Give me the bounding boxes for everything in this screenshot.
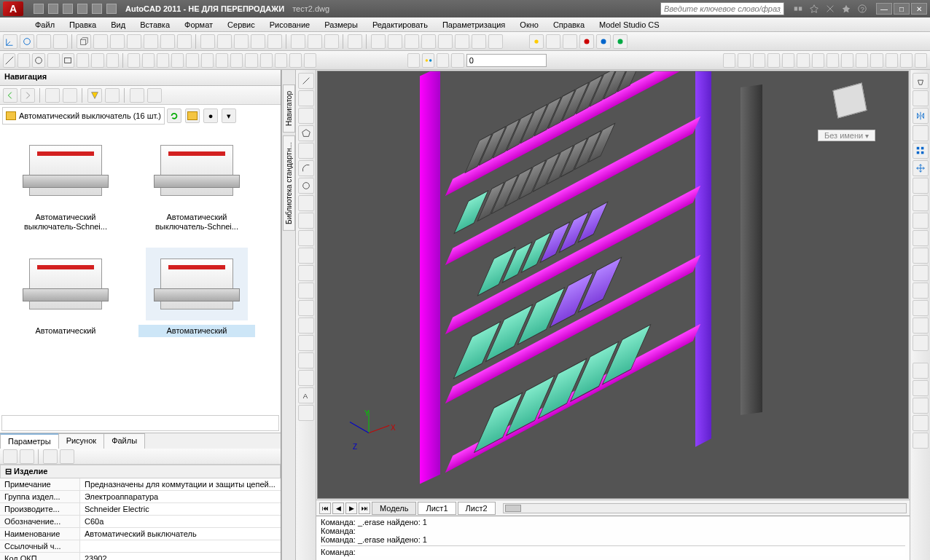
offset-mod-icon[interactable]: [913, 125, 929, 141]
id-mod-icon[interactable]: [913, 433, 929, 449]
area-mod-icon[interactable]: [913, 380, 929, 396]
qat-save-icon[interactable]: [63, 4, 73, 14]
rect-tool-icon[interactable]: [298, 143, 314, 159]
gallery-item[interactable]: Автоматический: [138, 248, 255, 337]
props-row[interactable]: НаименованиеАвтоматический выключатель: [0, 528, 281, 540]
tab-last-icon[interactable]: ⏭: [359, 502, 370, 514]
maximize-button[interactable]: □: [894, 3, 910, 15]
nav-find2-icon[interactable]: [105, 88, 120, 103]
xline-tool-icon[interactable]: [298, 90, 314, 106]
tab-drawing[interactable]: Рисунок: [58, 433, 105, 449]
nav-find-icon[interactable]: [87, 88, 102, 103]
fillet-mod-icon[interactable]: [913, 318, 929, 334]
extend-icon[interactable]: [230, 53, 243, 68]
tab-first-icon[interactable]: ⏮: [319, 502, 331, 514]
extend-mod-icon[interactable]: [913, 248, 929, 264]
ms-tool-5-icon[interactable]: [782, 53, 794, 68]
ellipsearc-tool-icon[interactable]: [298, 248, 314, 264]
union-icon[interactable]: [291, 34, 305, 49]
subtract-icon[interactable]: [308, 34, 322, 49]
ucs-prev-icon[interactable]: [36, 34, 51, 49]
point-tool-icon[interactable]: [298, 300, 314, 316]
tab-next-icon[interactable]: ▶: [345, 502, 357, 514]
light-sun-icon[interactable]: [529, 34, 544, 49]
gallery-search[interactable]: [1, 415, 279, 431]
menu-draw[interactable]: Рисование: [264, 19, 316, 31]
props-row[interactable]: Ссылочный ч...: [0, 540, 281, 553]
nav-path[interactable]: Автоматический выключатель (16 шт.): [2, 107, 165, 125]
dist-mod-icon[interactable]: [913, 363, 929, 379]
nav-home-icon[interactable]: [63, 88, 77, 103]
region-mod-icon[interactable]: [913, 398, 929, 414]
arc-icon[interactable]: [47, 53, 60, 68]
ellipse-tool-icon[interactable]: [298, 230, 314, 246]
break-mod-icon[interactable]: [913, 265, 929, 281]
exchange-icon[interactable]: [825, 4, 835, 14]
render-icon[interactable]: [348, 34, 362, 49]
ms-tool-2-icon[interactable]: [738, 53, 750, 68]
ms-tool-6-icon[interactable]: [797, 53, 809, 68]
props-row[interactable]: Производите...Schneider Electric: [0, 503, 281, 516]
layer-lock-icon[interactable]: [451, 53, 464, 68]
scale-mod-icon[interactable]: [913, 195, 929, 211]
menu-window[interactable]: Окно: [514, 19, 544, 31]
region-tool-icon[interactable]: [298, 352, 314, 368]
ucs-world-icon[interactable]: [20, 34, 34, 49]
stretch-mod-icon[interactable]: [913, 213, 929, 229]
layer-freeze-icon[interactable]: [437, 53, 449, 68]
fillet-icon[interactable]: [245, 53, 257, 68]
nav-up-icon[interactable]: [45, 88, 60, 103]
circle-tool-icon[interactable]: [298, 178, 314, 194]
rectangle-icon[interactable]: [62, 53, 74, 68]
binoculars-icon[interactable]: [793, 4, 803, 14]
props-edit-icon[interactable]: [43, 449, 58, 464]
nav-fwd-icon[interactable]: [20, 88, 35, 103]
nav-refresh2-icon[interactable]: [167, 109, 181, 123]
favorite-icon[interactable]: [841, 4, 851, 14]
menu-tools[interactable]: Сервис: [222, 19, 261, 31]
gallery-item[interactable]: Автоматический выключатель-Schnei...: [138, 134, 255, 233]
insert-tool-icon[interactable]: [298, 265, 314, 281]
erase-mod-icon[interactable]: [913, 73, 929, 89]
trim-mod-icon[interactable]: [913, 230, 929, 246]
view-iso3-icon[interactable]: [472, 34, 486, 49]
qat-undo-icon[interactable]: [77, 4, 87, 14]
menu-file[interactable]: Файл: [29, 19, 60, 31]
qat-print-icon[interactable]: [106, 4, 117, 14]
menu-modelstudio[interactable]: Model Studio CS: [593, 19, 665, 31]
view-iso2-icon[interactable]: [455, 34, 469, 49]
explode-mod-icon[interactable]: [913, 335, 929, 351]
mirror-mod-icon[interactable]: [913, 108, 929, 124]
move-mod-icon[interactable]: [913, 160, 929, 176]
ms-tool-11-icon[interactable]: [870, 53, 883, 68]
mirror-icon[interactable]: [186, 53, 198, 68]
spline-tool-icon[interactable]: [298, 213, 314, 229]
scale-icon[interactable]: [201, 53, 214, 68]
sphere-icon[interactable]: [127, 34, 141, 49]
spline-icon[interactable]: [106, 53, 119, 68]
view-left-icon[interactable]: [405, 34, 419, 49]
ms-tool-1-icon[interactable]: [723, 53, 735, 68]
revcloud-tool-icon[interactable]: [298, 195, 314, 211]
loft-icon[interactable]: [267, 34, 282, 49]
rotate-icon[interactable]: [171, 53, 184, 68]
chamfer-mod-icon[interactable]: [913, 300, 929, 316]
erase-icon[interactable]: [289, 53, 302, 68]
polygon-tool-icon[interactable]: [298, 125, 314, 141]
light-green-icon[interactable]: [613, 34, 628, 49]
menu-edit[interactable]: Правка: [63, 19, 102, 31]
layer-props-icon[interactable]: [407, 53, 420, 68]
revolve-icon[interactable]: [251, 34, 265, 49]
close-button[interactable]: ✕: [911, 3, 927, 15]
array-mod-icon[interactable]: [913, 143, 929, 159]
ms-tool-10-icon[interactable]: [856, 53, 868, 68]
pline-tool-icon[interactable]: [298, 108, 314, 124]
join-mod-icon[interactable]: [913, 283, 929, 299]
cylinder-icon[interactable]: [144, 34, 158, 49]
qat-open-icon[interactable]: [48, 4, 58, 14]
ms-tool-9-icon[interactable]: [841, 53, 853, 68]
props-section[interactable]: ⊟ Изделие: [0, 465, 281, 478]
cone-icon[interactable]: [110, 34, 125, 49]
light-spot-icon[interactable]: [563, 34, 577, 49]
menu-format[interactable]: Формат: [179, 19, 219, 31]
